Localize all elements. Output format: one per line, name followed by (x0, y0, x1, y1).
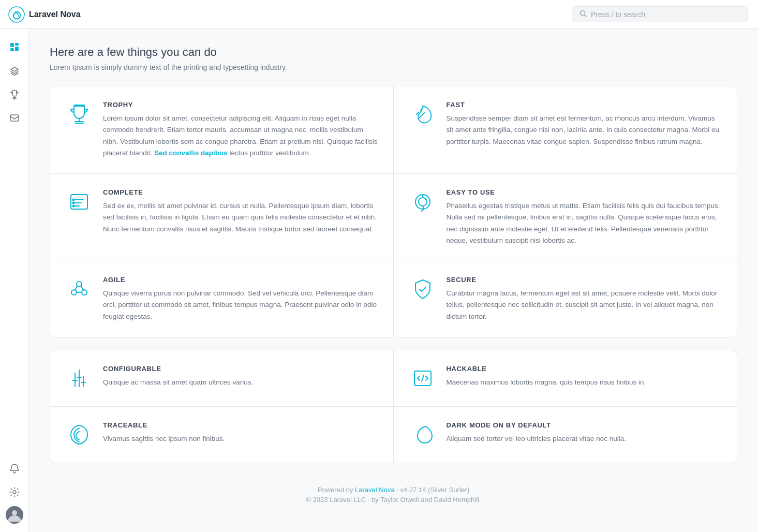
darkmode-card-text: Aliquam sed tortor vel leo ultricies pla… (447, 433, 722, 445)
cards-section-2: CONFIGURABLE Quisque ac massa sit amet q… (50, 350, 737, 463)
agile-card-text: Quisque viverra purus non pulvinar commo… (103, 288, 378, 322)
fast-card-content: FAST Suspendisse semper diam sit amet es… (447, 101, 722, 147)
easy-card-text: Phasellus egestas tristique metus ut mat… (447, 200, 722, 246)
svg-point-30 (82, 290, 87, 295)
footer-powered-by: Powered by Laravel Nova · v4.27.14 (Silv… (60, 486, 727, 494)
fast-card-text: Suspendisse semper diam sit amet est fer… (447, 113, 722, 147)
sidebar-item-avatar[interactable] (6, 506, 23, 524)
sidebar-item-resources[interactable] (5, 61, 24, 81)
svg-rect-14 (74, 105, 84, 106)
global-search[interactable]: Press / to search (572, 6, 748, 22)
sidebar-item-settings[interactable] (5, 482, 24, 502)
secure-card-icon (409, 276, 436, 303)
easy-card-icon (409, 188, 436, 215)
card-darkmode: DARK MODE ON BY DEFAULT Aliquam sed tort… (394, 407, 737, 463)
agile-card-title: AGILE (103, 276, 378, 284)
complete-card-content: COMPLETE Sed ex ex, mollis sit amet pulv… (103, 188, 378, 235)
hackable-card-content: HACKABLE Maecenas maximus lobortis magna… (447, 365, 722, 388)
hackable-card-icon (409, 365, 436, 392)
trophy-card-icon (66, 101, 93, 128)
card-trophy: TROPHY Lorem ipsum dolor sit amet, conse… (50, 86, 394, 174)
svg-point-27 (425, 199, 426, 200)
card-agile: AGILE Quisque viverra purus non pulvinar… (50, 261, 394, 337)
search-placeholder: Press / to search (591, 10, 645, 19)
card-complete: COMPLETE Sed ex ex, mollis sit amet pulv… (50, 174, 394, 261)
top-navigation: Laravel Nova Press / to search (0, 0, 758, 29)
secure-card-content: SECURE Curabitur magna lacus, fermentum … (447, 276, 722, 322)
darkmode-card-icon (409, 421, 436, 448)
card-fast: FAST Suspendisse semper diam sit amet es… (394, 86, 737, 174)
fast-card-icon (409, 101, 436, 128)
sidebar-item-dashboard[interactable] (5, 37, 24, 57)
svg-rect-3 (10, 43, 14, 47)
svg-point-13 (12, 510, 17, 515)
cards-grid-2: CONFIGURABLE Quisque ac massa sit amet q… (50, 350, 737, 463)
configurable-card-icon (66, 365, 93, 392)
svg-point-23 (72, 205, 75, 208)
hackable-card-text: Maecenas maximus lobortis magna, quis te… (447, 377, 722, 388)
search-icon (579, 10, 587, 19)
darkmode-card-title: DARK MODE ON BY DEFAULT (447, 421, 722, 429)
easy-card-title: EASY TO USE (447, 188, 722, 196)
secure-card-text: Curabitur magna lacus, fermentum eget es… (447, 288, 722, 322)
card-configurable: CONFIGURABLE Quisque ac massa sit amet q… (50, 350, 394, 407)
agile-card-icon (66, 276, 93, 303)
svg-line-38 (422, 375, 424, 381)
sidebar-item-messages[interactable] (5, 109, 24, 128)
card-traceable: TRACEABLE Vivamus sagittis nec ipsum non… (50, 407, 394, 463)
darkmode-card-content: DARK MODE ON BY DEFAULT Aliquam sed tort… (447, 421, 722, 445)
configurable-card-text: Quisque ac massa sit amet quam ultrices … (103, 377, 378, 388)
sidebar-item-notifications[interactable] (5, 459, 24, 478)
svg-rect-10 (10, 115, 19, 121)
hackable-card-title: HACKABLE (447, 365, 722, 373)
page-subtitle: Lorem Ipsum is simply dummy text of the … (50, 63, 737, 71)
cards-section-1: TROPHY Lorem ipsum dolor sit amet, conse… (50, 86, 737, 337)
left-sidebar (0, 29, 29, 532)
traceable-card-icon (66, 421, 93, 448)
svg-point-22 (72, 202, 75, 204)
complete-card-icon (66, 188, 93, 215)
svg-rect-5 (10, 48, 14, 51)
footer-nova-link[interactable]: Laravel Nova (355, 486, 395, 494)
card-hackable: HACKABLE Maecenas maximus lobortis magna… (394, 350, 737, 407)
complete-card-text: Sed ex ex, mollis sit amet pulvinar id, … (103, 200, 378, 235)
sidebar-nav-bottom (5, 459, 24, 524)
traceable-card-text: Vivamus sagittis nec ipsum non finibus. (103, 433, 378, 445)
page-footer: Powered by Laravel Nova · v4.27.14 (Silv… (50, 476, 737, 516)
svg-rect-4 (15, 43, 19, 46)
app-name: Laravel Nova (29, 10, 81, 19)
configurable-card-title: CONFIGURABLE (103, 365, 378, 373)
agile-card-content: AGILE Quisque viverra purus non pulvinar… (103, 276, 378, 322)
traceable-card-content: TRACEABLE Vivamus sagittis nec ipsum non… (103, 421, 378, 445)
trophy-card-title: TROPHY (103, 101, 378, 109)
trophy-card-text: Lorem ipsum dolor sit amet, consectetur … (103, 113, 378, 159)
complete-card-title: COMPLETE (103, 188, 378, 196)
svg-point-21 (72, 199, 75, 201)
trophy-card-link[interactable]: Sed convallis dapibus (154, 149, 228, 157)
card-easy: EASY TO USE Phasellus egestas tristique … (394, 174, 737, 261)
footer-copyright: © 2023 Laravel LLC · by Taylor Otwell an… (60, 496, 727, 504)
main-content: Here are a few things you can do Lorem I… (29, 29, 758, 532)
svg-point-0 (9, 7, 24, 22)
logo-area[interactable]: Laravel Nova (8, 6, 81, 23)
trophy-card-content: TROPHY Lorem ipsum dolor sit amet, conse… (103, 101, 378, 159)
cards-grid-1: TROPHY Lorem ipsum dolor sit amet, conse… (50, 86, 737, 337)
fast-card-title: FAST (447, 101, 722, 109)
svg-point-11 (13, 491, 16, 494)
easy-card-content: EASY TO USE Phasellus egestas tristique … (447, 188, 722, 246)
sidebar-nav-top (5, 37, 24, 459)
page-title: Here are a few things you can do (50, 46, 737, 59)
card-secure: SECURE Curabitur magna lacus, fermentum … (394, 261, 737, 337)
svg-point-29 (71, 290, 77, 295)
svg-rect-6 (15, 47, 19, 51)
sidebar-item-trophy[interactable] (5, 85, 24, 105)
configurable-card-content: CONFIGURABLE Quisque ac massa sit amet q… (103, 365, 378, 388)
laravel-nova-logo-icon (8, 6, 25, 23)
traceable-card-title: TRACEABLE (103, 421, 378, 429)
secure-card-title: SECURE (447, 276, 722, 284)
svg-line-2 (585, 15, 587, 17)
